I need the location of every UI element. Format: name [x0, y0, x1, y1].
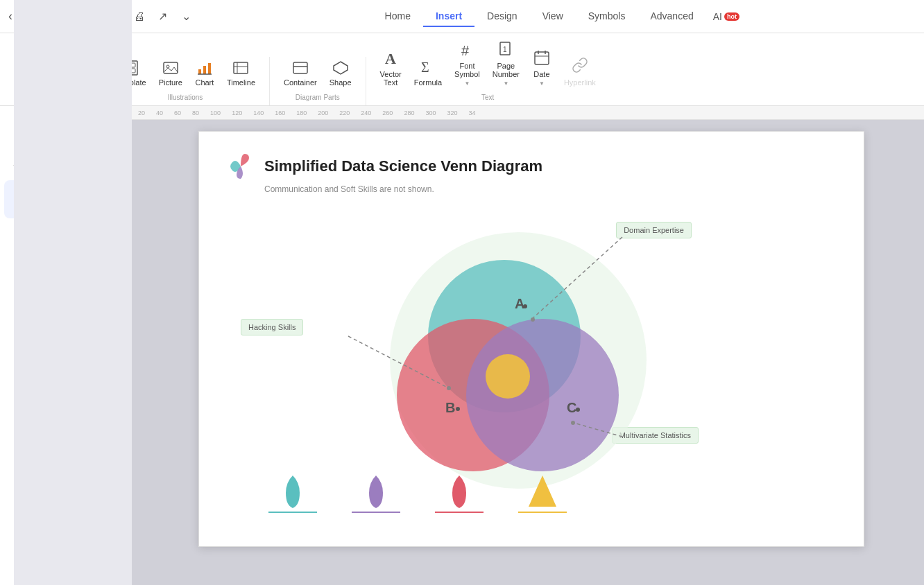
container-icon	[292, 60, 309, 76]
ai-label: AI	[713, 11, 722, 22]
svg-rect-8	[131, 63, 135, 67]
svg-rect-10	[164, 62, 178, 73]
svg-point-65	[523, 304, 527, 308]
svg-text:Σ: Σ	[421, 60, 429, 75]
canvas-page: Simplified Data Science Venn Diagram Com…	[198, 131, 864, 547]
chart-label: Chart	[195, 78, 214, 87]
date-icon	[533, 49, 550, 68]
hyperlink-label: Hyperlink	[564, 78, 596, 87]
svg-point-66	[456, 407, 460, 411]
text-group-label: Text	[375, 94, 601, 101]
toolbar-date[interactable]: Date ▼	[527, 46, 557, 89]
svg-text:1: 1	[503, 46, 507, 53]
export-button[interactable]: ↗	[153, 7, 173, 26]
toolbar-hyperlink[interactable]: Hyperlink	[558, 54, 601, 89]
svg-point-59	[447, 386, 451, 390]
vector-text-icon: A	[382, 49, 399, 68]
diagram-subtitle: Communication and Soft Skills are not sh…	[264, 184, 836, 194]
tab-design[interactable]: Design	[474, 6, 530, 27]
illustrations-group-label: Illustrations	[110, 94, 261, 101]
formula-label: Formula	[414, 78, 442, 87]
picture-icon	[162, 60, 179, 76]
container-label: Container	[284, 78, 317, 87]
toolbar-container[interactable]: Container	[278, 57, 323, 89]
svg-marker-21	[334, 62, 348, 74]
svg-text:A: A	[515, 296, 524, 311]
svg-text:C: C	[567, 400, 576, 415]
hyperlink-icon	[572, 57, 588, 76]
svg-rect-19	[293, 62, 307, 73]
ai-tab[interactable]: AI hot	[706, 8, 746, 25]
toolbar-vector-text[interactable]: A VectorText	[375, 46, 407, 89]
date-arrow: ▼	[539, 80, 545, 87]
svg-point-61	[571, 421, 575, 425]
venn-svg: A B C	[227, 208, 712, 513]
toolbar-timeline[interactable]: Timeline	[221, 57, 261, 89]
nav-tabs: Home Insert Design View Symbols Advanced…	[373, 6, 746, 27]
timeline-icon	[232, 60, 249, 76]
print-button[interactable]: 🖨	[130, 7, 149, 26]
toolbar-group-diagram-parts: Container Shape Diagram Parts	[270, 57, 366, 105]
toolbar-picture[interactable]: Picture	[153, 57, 188, 89]
more-button[interactable]: ⌄	[177, 7, 196, 26]
logo-icon	[227, 152, 255, 180]
svg-rect-16	[234, 62, 248, 73]
page-number-icon: 1	[497, 40, 514, 60]
page-number-label: PageNumber	[493, 62, 520, 78]
svg-rect-13	[203, 66, 206, 74]
hot-badge: hot	[724, 12, 739, 21]
tab-view[interactable]: View	[530, 6, 576, 27]
svg-point-57	[531, 317, 535, 322]
svg-text:#: #	[461, 43, 470, 58]
formula-icon: Σ	[420, 57, 436, 76]
back-button[interactable]: ‹	[8, 9, 12, 24]
legend-row	[268, 472, 567, 513]
svg-marker-68	[529, 475, 556, 507]
svg-rect-27	[535, 52, 549, 64]
toolbar: BlankPage ▼ Pages Table Table Template P…	[0, 33, 924, 106]
canvas-area[interactable]: Simplified Data Science Venn Diagram Com…	[76, 120, 924, 585]
toolbar-shape[interactable]: Shape	[324, 57, 357, 89]
vector-text-label: VectorText	[380, 70, 402, 87]
diagram-title: Simplified Data Science Venn Diagram	[264, 157, 542, 175]
picture-label: Picture	[159, 78, 182, 87]
font-symbol-icon: #	[459, 40, 475, 60]
svg-text:B: B	[445, 400, 455, 415]
diagram-title-row: Simplified Data Science Venn Diagram	[227, 152, 836, 180]
horizontal-ruler: -40 -20 0 20 40 60 80 100 120 140 160 18…	[62, 106, 924, 120]
date-label: Date	[533, 70, 549, 78]
title-bar: ‹ ☰ File ↩ ↪ 💾 🖨 ↗ ⌄ Home Insert Design …	[0, 0, 924, 33]
shape-icon	[332, 60, 349, 76]
toolbar-chart[interactable]: Chart	[189, 57, 220, 89]
diagram-parts-group-label: Diagram Parts	[278, 94, 357, 101]
svg-rect-12	[198, 69, 201, 74]
svg-point-54	[466, 319, 619, 471]
tab-symbols[interactable]: Symbols	[576, 6, 638, 27]
timeline-label: Timeline	[227, 78, 255, 87]
toolbar-font-symbol[interactable]: # FontSymbol ▼	[449, 37, 486, 89]
toolbar-formula[interactable]: Σ Formula	[409, 54, 447, 89]
tab-home[interactable]: Home	[373, 6, 423, 27]
tab-advanced[interactable]: Advanced	[638, 6, 705, 27]
nav-center: Home Insert Design View Symbols Advanced…	[203, 6, 916, 27]
font-symbol-arrow: ▼	[464, 80, 470, 87]
toolbar-group-text: A VectorText Σ Formula # FontSymbol ▼ 1 …	[366, 37, 610, 105]
toolbar-page-number[interactable]: 1 PageNumber ▼	[487, 37, 525, 89]
svg-point-67	[576, 408, 580, 412]
font-symbol-label: FontSymbol	[454, 62, 480, 78]
venn-diagram: Domain Expertise Hacking Skills Multivar…	[227, 208, 712, 513]
shape-label: Shape	[330, 78, 352, 87]
tab-insert[interactable]: Insert	[423, 6, 474, 27]
content-area: -40 -20 0 20 40 60 80 100 120 140 160 18…	[62, 106, 924, 585]
main-layout: Templates Symbols Text Images Icons Char…	[0, 106, 924, 585]
svg-rect-14	[208, 63, 211, 74]
page-number-arrow: ▼	[503, 80, 508, 87]
svg-point-55	[486, 354, 530, 399]
chart-icon	[196, 60, 213, 76]
svg-text:A: A	[385, 50, 396, 67]
